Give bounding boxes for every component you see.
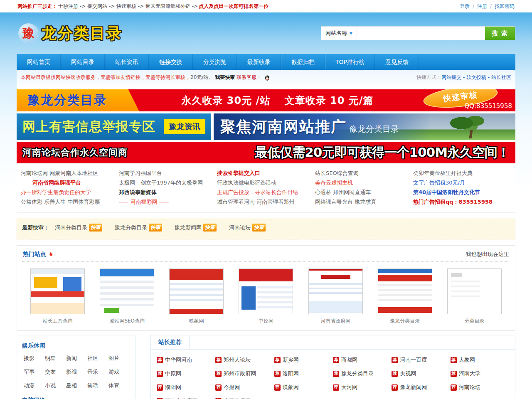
shortcut-community[interactable]: 站长社区 (486, 74, 511, 80)
recommend-site-link[interactable]: 荐商都网 (333, 356, 392, 364)
text-link[interactable]: 河南省网络辟谣平台 (21, 178, 119, 187)
text-link[interactable]: 太极网 - 创立于1997年的太极拳网 (119, 178, 217, 187)
text-link[interactable]: 网络谣言曝光台 豫龙求真 (315, 197, 413, 207)
fast-review-item[interactable]: 河南论坛快审 (229, 224, 266, 232)
text-link[interactable]: 第40届中国洛阳牡丹文化节 (413, 187, 511, 197)
account-link[interactable]: 注册 (470, 3, 487, 10)
category-link[interactable]: 笑话 (87, 382, 98, 389)
category-link[interactable]: 音乐 (87, 368, 98, 376)
category-link[interactable]: 社区 (87, 355, 98, 362)
qq-penguin-icon[interactable] (264, 74, 271, 81)
category-link[interactable]: 体育 (108, 382, 119, 389)
fast-badge[interactable]: 快审 (89, 224, 102, 232)
site-logo[interactable]: 豫 龙分类目录 (18, 23, 123, 44)
text-link[interactable]: 正规广告投放，寻求站长合作日结 (217, 187, 315, 197)
thumbnail-image[interactable] (30, 268, 85, 314)
text-link[interactable]: 办一所对学生最负责任的大学 (21, 187, 119, 197)
recommend-site-link[interactable]: 荐央视网 (392, 370, 450, 377)
recommend-site-link[interactable]: 荐中华网河南 (157, 356, 215, 364)
thumbnail-image[interactable] (447, 268, 502, 314)
site-thumbnail[interactable]: 映象网 (169, 268, 224, 325)
thumbnail-image[interactable] (378, 268, 432, 314)
recommend-site-link[interactable]: 荐中国政府网 (215, 397, 274, 399)
appear-here-link[interactable]: 我也想出现在这里 (466, 251, 509, 258)
nav-item[interactable]: 分类浏览 (193, 54, 237, 70)
search-category-select[interactable]: 网站名称 ▼ (321, 27, 357, 40)
focus-ad-banner[interactable]: 聚焦河南网站推广 豫龙分类目录 (214, 113, 515, 140)
space-ad-banner[interactable]: 河南论坛合作永久空间商 最低仅需20元即可获得一个100M永久空间！ (17, 142, 515, 163)
site-thumbnail[interactable]: 分类目录 (447, 268, 502, 325)
thumbnail-caption[interactable]: 映象网 (169, 318, 224, 325)
nav-item[interactable]: 链接交换 (149, 54, 193, 70)
text-link[interactable]: 心通桥 郑州网民直通车 (315, 187, 413, 197)
fast-review-item[interactable]: 豫龙分类目录快审 (115, 224, 162, 232)
thumbnail-caption[interactable]: 分类目录 (447, 318, 502, 325)
site-thumbnail[interactable]: 中原网 (238, 268, 293, 325)
nav-item[interactable]: 意见反馈 (375, 54, 419, 70)
recommend-tab[interactable]: 站长推荐 (151, 335, 190, 349)
report-ad-banner[interactable]: 网上有害信息举报专区 豫龙资讯 (17, 113, 211, 140)
recommend-site-link[interactable]: 荐河南一百度 (392, 356, 450, 364)
category-link[interactable]: 图片 (108, 355, 119, 362)
fast-badge[interactable]: 快审 (252, 224, 266, 232)
site-thumbnail[interactable]: 站长工具查询 (30, 268, 85, 325)
thumbnail-image[interactable] (100, 268, 154, 314)
recommend-site-link[interactable]: 荐今报网 (215, 384, 274, 391)
text-link[interactable]: 城市管理看河南 河南管理看郑州 (217, 197, 315, 207)
fast-badge[interactable]: 快审 (149, 224, 162, 232)
recommend-site-link[interactable]: 荐河南论坛 (451, 384, 509, 391)
thumbnail-image[interactable] (169, 268, 224, 314)
text-link[interactable]: 公益体彩 乐善人生 中国体育彩票 (21, 197, 119, 207)
category-link[interactable]: 交友 (45, 368, 56, 376)
fast-review-item[interactable]: 河南分类目录快审 (55, 224, 102, 232)
text-link[interactable]: 文字广告招租30元/月 (413, 178, 511, 187)
recommend-site-link[interactable]: 荐大象网 (451, 356, 509, 364)
recommend-site-link[interactable]: 荐新乡网 (274, 356, 333, 364)
recommend-site-link[interactable]: 荐郑州市政府网 (215, 370, 274, 377)
recommend-site-link[interactable]: 荐大河网 (333, 384, 392, 391)
category-link[interactable]: 新闻 (66, 355, 77, 362)
nav-item[interactable]: 网站目录 (61, 54, 105, 70)
nav-item[interactable]: 数据归档 (281, 54, 325, 70)
contact-service-link[interactable]: 联系客服： (236, 74, 261, 81)
nav-item[interactable]: 网站首页 (17, 54, 61, 70)
nav-item[interactable]: 站长资讯 (105, 54, 149, 70)
category-link[interactable]: 摄影 (24, 355, 34, 362)
thumbnail-caption[interactable]: 河南省政府网 (308, 318, 363, 325)
shortcut-article[interactable]: 软文投稿 (461, 74, 486, 80)
text-link[interactable]: 郑西说事新媒体 (119, 187, 217, 197)
site-thumbnail[interactable]: 河南省政府网 (308, 268, 363, 325)
fast-review-item[interactable]: 豫龙新闻网快审 (175, 224, 217, 232)
search-button[interactable]: 搜 索 (485, 27, 515, 40)
category-link[interactable]: 明星 (45, 355, 56, 362)
thumbnail-image[interactable] (308, 268, 363, 314)
recommend-site-link[interactable]: 荐河南大学 (451, 370, 509, 377)
thumbnail-caption[interactable]: 站长工具查询 (30, 318, 85, 325)
recommend-site-link[interactable]: 荐濮阳网 (157, 384, 215, 391)
text-link[interactable]: ----- 河南福彩网 ----- (119, 197, 217, 207)
thumbnail-image[interactable] (239, 268, 293, 314)
recommend-site-link[interactable]: 荐豫龙新闻网 (392, 384, 450, 391)
recommend-site-link[interactable]: 荐映象网 (274, 384, 333, 391)
fast-badge[interactable]: 快审 (203, 224, 217, 232)
thumbnail-caption[interactable]: 豫龙分类目录 (377, 318, 433, 325)
site-thumbnail[interactable]: 爱站网SEO查询 (99, 268, 155, 325)
text-link[interactable]: 癸卯年黄帝故里拜祖大典 (413, 168, 511, 178)
category-link[interactable]: 动漫 (24, 382, 34, 389)
text-link[interactable]: 搜索引擎提交入口 (217, 168, 315, 178)
text-link[interactable]: 站长SEO综合查询 (315, 168, 413, 178)
report-button[interactable]: 豫龙资讯 (164, 119, 205, 134)
category-link[interactable]: 游戏 (108, 368, 119, 376)
category-link[interactable]: 影视 (66, 368, 77, 376)
text-link[interactable]: 美奇云虚拟主机 (315, 178, 413, 187)
category-link[interactable]: 小说 (45, 382, 56, 389)
top-ad-banner[interactable]: 豫龙分类目录 永久收录 30元 /站 文章收录 10 元/篇 快速审核 QQ:8… (17, 89, 515, 111)
fast-review-link[interactable]: 我要快审 (215, 74, 235, 81)
search-input[interactable] (357, 27, 485, 40)
text-link[interactable]: 河南论坛网 网聚河南人本地社区 (21, 168, 119, 178)
thumbnail-caption[interactable]: 中原网 (238, 318, 293, 325)
nav-item[interactable]: TOP排行榜 (325, 54, 375, 70)
category-link[interactable]: 星相 (66, 382, 77, 389)
recommend-site-link[interactable]: 荐豫龙分类目录 (333, 370, 392, 377)
recommend-site-link[interactable]: 荐河南省政府网 (157, 397, 215, 399)
